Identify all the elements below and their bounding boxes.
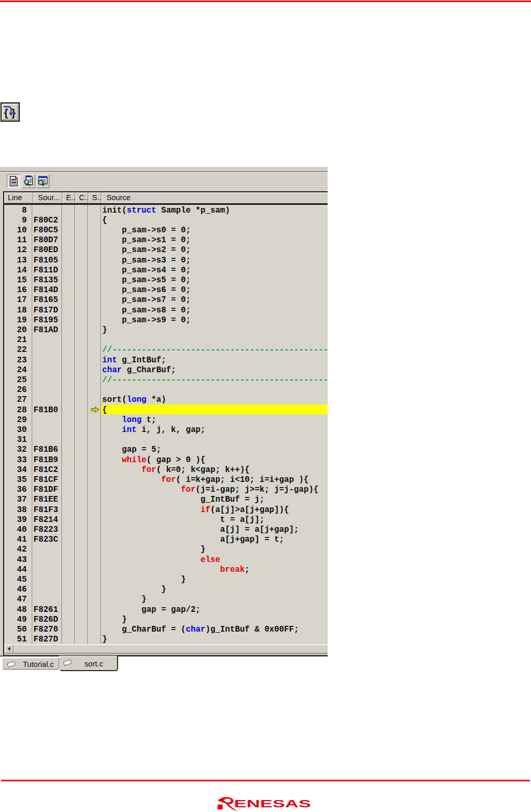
svg-text:}: } (11, 107, 16, 119)
svg-text:{: { (4, 107, 8, 119)
svg-text:ENESAS: ENESAS (234, 798, 311, 809)
